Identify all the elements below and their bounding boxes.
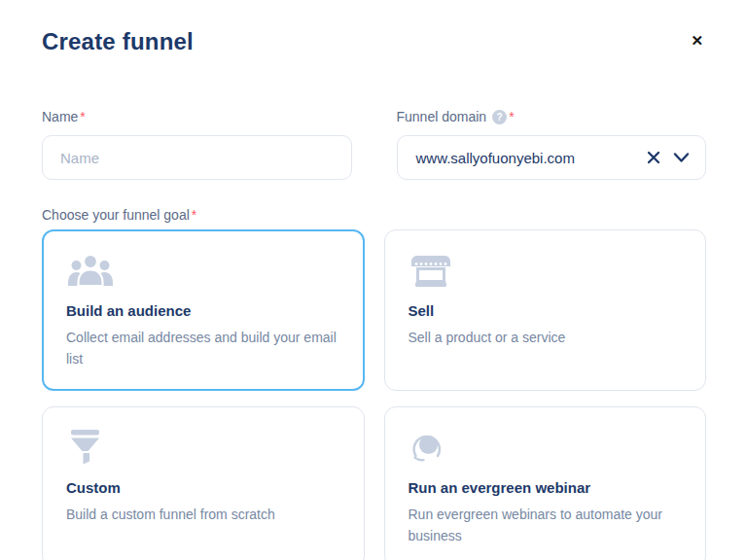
- goal-section: Choose your funnel goal*: [0, 206, 747, 560]
- goal-card-description: Collect email addresses and build your e…: [66, 327, 340, 369]
- goal-card-title: Run an evergreen webinar: [409, 479, 683, 496]
- goal-label: Choose your funnel goal*: [42, 206, 706, 224]
- goal-card-evergreen-webinar[interactable]: Run an evergreen webinar Run evergreen w…: [384, 406, 707, 560]
- goal-card-description: Build a custom funnel from scratch: [66, 504, 340, 525]
- form-row: Name* Funnel domain ? * www.sallyofuonye…: [0, 108, 747, 180]
- goal-grid: Build an audience Collect email addresse…: [42, 229, 706, 560]
- chevron-down-icon[interactable]: [673, 152, 690, 163]
- create-funnel-modal: Create funnel ✕ Name* Funnel domain ? * …: [0, 0, 747, 560]
- goal-card-description: Run evergreen webinars to automate your …: [409, 504, 683, 546]
- close-button[interactable]: ✕: [689, 31, 705, 51]
- domain-label: Funnel domain ? *: [397, 108, 707, 125]
- goal-card-build-audience[interactable]: Build an audience Collect email addresse…: [42, 229, 365, 391]
- help-icon[interactable]: ?: [492, 110, 507, 124]
- funnel-icon: [66, 428, 340, 467]
- storefront-icon: [409, 251, 683, 290]
- domain-field-group: Funnel domain ? * www.sallyofuonyebi.com: [397, 108, 707, 180]
- required-asterisk: *: [192, 207, 196, 223]
- name-field-group: Name*: [42, 108, 352, 180]
- goal-card-title: Sell: [409, 302, 683, 319]
- goal-card-custom[interactable]: Custom Build a custom funnel from scratc…: [42, 406, 365, 560]
- close-icon: ✕: [691, 32, 703, 49]
- required-asterisk: *: [80, 109, 85, 124]
- required-asterisk: *: [509, 109, 514, 124]
- goal-card-description: Sell a product or a service: [409, 327, 683, 348]
- goal-card-sell[interactable]: Sell Sell a product or a service: [384, 229, 707, 391]
- audience-icon: [66, 251, 340, 290]
- goal-card-title: Build an audience: [66, 302, 340, 319]
- modal-header: Create funnel ✕: [0, 0, 747, 56]
- domain-selected-value: www.sallyofuonyebi.com: [416, 150, 575, 166]
- headset-icon: [409, 428, 683, 467]
- name-label: Name*: [42, 108, 352, 125]
- page-title: Create funnel: [42, 27, 194, 56]
- goal-card-title: Custom: [66, 479, 340, 496]
- name-input[interactable]: [42, 135, 352, 180]
- clear-icon[interactable]: [647, 151, 660, 164]
- domain-select[interactable]: www.sallyofuonyebi.com: [397, 135, 707, 180]
